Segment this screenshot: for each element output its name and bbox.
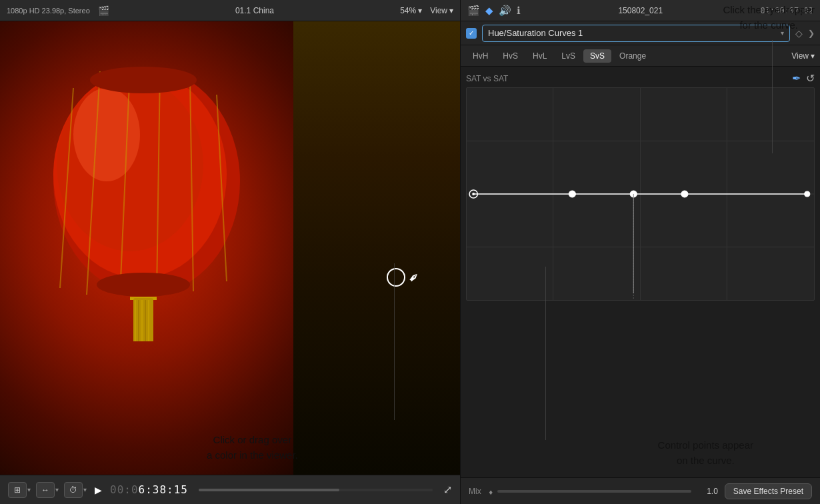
svg-point-3 (73, 88, 140, 181)
svg-point-11 (97, 273, 190, 297)
viewer-panel: 1080p HD 23.98p, Stereo 🎬 01.1 China 54%… (0, 0, 460, 504)
effect-keyframe-diamond[interactable]: ◇ (795, 28, 803, 39)
curve-area: SAT vs SAT ✒ ↺ (461, 67, 820, 477)
audio-inspector-icon[interactable]: 🔊 (499, 5, 511, 17)
inspector-icon-bar: 🎬 ◆ 🔊 ℹ (467, 5, 521, 17)
speed-button[interactable]: ⏱ (64, 482, 83, 498)
play-button[interactable]: ▶ (95, 485, 102, 495)
curve-label-row: SAT vs SAT ✒ ↺ (466, 72, 815, 85)
curve-sat-label: SAT vs SAT (466, 74, 508, 83)
effect-expand-chevron[interactable]: ❯ (808, 29, 815, 38)
clip-name: 01.1 China (117, 6, 392, 15)
layout-button[interactable]: ⊞ (8, 482, 27, 498)
zoom-control[interactable]: 54% ▾ (400, 6, 422, 15)
timeline-scrubber[interactable] (199, 489, 433, 491)
inspector-panel: 🎬 ◆ 🔊 ℹ 150802_021 01:00:07:02 ✓ Hue/Sat… (460, 0, 820, 504)
eyedropper-cursor: ✒ (387, 268, 420, 287)
curve-tools: ✒ ↺ (792, 72, 815, 85)
tab-lvs[interactable]: LvS (555, 49, 582, 63)
main-container: 1080p HD 23.98p, Stereo 🎬 01.1 China 54%… (0, 0, 820, 504)
film-inspector-icon[interactable]: 🎬 (467, 5, 480, 17)
transform-button[interactable]: ↔ (36, 482, 55, 498)
effect-name-field[interactable]: Hue/Saturation Curves 1 ▾ (482, 25, 790, 42)
svg-point-33 (805, 191, 810, 197)
svg-rect-13 (133, 298, 153, 341)
svg-point-28 (472, 193, 475, 195)
speed-controls: ⏱ ▾ (64, 482, 87, 498)
inspector-header: 🎬 ◆ 🔊 ℹ 150802_021 01:00:07:02 (461, 0, 820, 21)
viewer-toolbar: ⊞ ▾ ↔ ▾ ⏱ ▾ ▶ 00:06:38:15 ⤢ (0, 475, 460, 504)
clip-icon: 🎬 (98, 5, 109, 16)
effect-checkbox[interactable]: ✓ (466, 28, 477, 39)
mix-label: Mix (469, 487, 481, 496)
inspector-timecode: 01:00:07:02 (761, 6, 813, 15)
effect-name-text: Hue/Saturation Curves 1 (488, 28, 778, 38)
mix-slider[interactable] (497, 490, 691, 493)
tab-hvl[interactable]: HvL (526, 49, 553, 63)
tab-hvh[interactable]: HvH (466, 49, 495, 63)
tab-hvs[interactable]: HvS (496, 49, 525, 63)
timecode-display: 00:06:38:15 (110, 483, 188, 496)
color-sample-circle (387, 268, 405, 287)
tab-svs[interactable]: SvS (583, 49, 611, 63)
mix-slider-container: ⬧ (488, 486, 691, 497)
curve-svg (467, 88, 814, 300)
effect-dropdown-arrow: ▾ (781, 29, 784, 37)
mix-value: 1.0 (698, 487, 718, 496)
tab-orange[interactable]: Orange (613, 49, 653, 63)
effect-row: ✓ Hue/Saturation Curves 1 ▾ ◇ ❯ (461, 21, 820, 45)
layout-controls: ⊞ ▾ (8, 482, 31, 498)
curve-view-dropdown[interactable]: View ▾ (791, 51, 815, 61)
svg-point-29 (569, 191, 575, 197)
save-effects-preset-button[interactable]: Save Effects Preset (725, 483, 812, 499)
transform-controls: ↔ ▾ (36, 482, 59, 498)
fullscreen-button[interactable]: ⤢ (443, 483, 452, 496)
curve-reset-tool[interactable]: ↺ (806, 72, 815, 85)
building-area (293, 21, 460, 475)
viewer-header: 1080p HD 23.98p, Stereo 🎬 01.1 China 54%… (0, 0, 460, 21)
mix-area: Mix ⬧ 1.0 Save Effects Preset (461, 477, 820, 504)
svg-point-10 (90, 67, 197, 93)
info-inspector-icon[interactable]: ℹ (517, 5, 521, 17)
inspector-clip-name: 150802_021 (527, 6, 754, 15)
viewer-content: ✒ (0, 21, 460, 475)
svg-point-32 (681, 191, 688, 197)
view-button[interactable]: View ▾ (430, 6, 453, 15)
color-inspector-icon[interactable]: ◆ (485, 5, 493, 17)
viewer-meta: 1080p HD 23.98p, Stereo (7, 7, 90, 15)
curve-tabs: HvH HvS HvL LvS SvS Orange View ▾ (461, 45, 820, 67)
curve-grid[interactable] (466, 87, 815, 301)
curve-eyedropper-tool[interactable]: ✒ (792, 72, 801, 85)
mix-slider-icon: ⬧ (488, 486, 493, 497)
lantern-svg (27, 35, 307, 341)
timecode-prefix: 00:0 (110, 483, 139, 496)
